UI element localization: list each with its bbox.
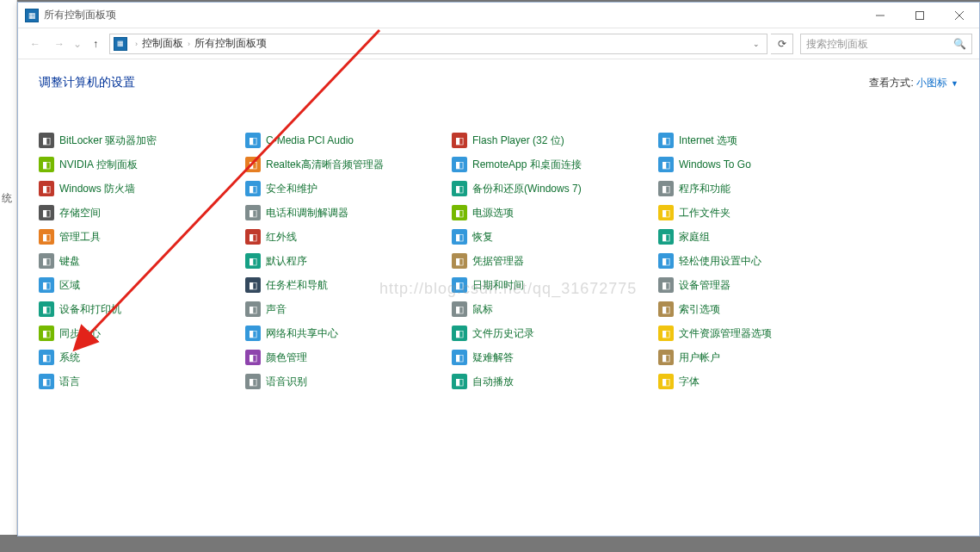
item-label: 设备和打印机: [59, 302, 121, 317]
item-label: BitLocker 驱动器加密: [59, 133, 157, 148]
item-system[interactable]: ◧系统: [39, 349, 245, 366]
item-taskbar-and-navigation[interactable]: ◧任务栏和导航: [245, 276, 452, 294]
item-security-and-maintenance[interactable]: ◧安全和维护: [245, 180, 452, 197]
titlebar: ▦ 所有控制面板项: [18, 3, 979, 28]
minimize-button[interactable]: [860, 3, 900, 28]
search-input[interactable]: [806, 38, 953, 50]
item-label: 家庭组: [679, 230, 710, 245]
ease-of-access-icon: ◧: [658, 253, 674, 269]
device-manager-icon: ◧: [658, 277, 674, 293]
item-homegroup[interactable]: ◧家庭组: [658, 228, 865, 245]
item-power-options[interactable]: ◧电源选项: [452, 204, 658, 221]
item-backup-and-restore[interactable]: ◧备份和还原(Windows 7): [452, 180, 658, 197]
fonts-icon: ◧: [658, 374, 674, 389]
item-flash-player[interactable]: ◧Flash Player (32 位): [452, 132, 658, 149]
infrared-icon: ◧: [245, 229, 261, 245]
item-administrative-tools[interactable]: ◧管理工具: [39, 228, 245, 245]
item-file-history[interactable]: ◧文件历史记录: [452, 325, 658, 342]
refresh-button[interactable]: ⟳: [771, 34, 793, 54]
item-label: 任务栏和导航: [266, 278, 328, 293]
control-panel-window: ▦ 所有控制面板项 ← → ⌄ ↑ ▦ › 控制面板 › 所有控制面板项 ⌄ ⟳…: [17, 2, 980, 536]
system-icon: ◧: [39, 350, 54, 365]
item-network-and-sharing[interactable]: ◧网络和共享中心: [245, 325, 452, 342]
chevron-down-icon[interactable]: ⌄: [749, 40, 763, 48]
sync-center-icon: ◧: [39, 326, 54, 341]
item-work-folders[interactable]: ◧工作文件夹: [658, 204, 865, 221]
item-label: 网络和共享中心: [266, 326, 338, 341]
item-region[interactable]: ◧区域: [39, 276, 245, 294]
item-bitlocker[interactable]: ◧BitLocker 驱动器加密: [39, 132, 245, 149]
item-label: 默认程序: [266, 254, 307, 269]
item-label: 系统: [59, 350, 80, 365]
item-user-accounts[interactable]: ◧用户帐户: [658, 349, 865, 366]
item-label: 红外线: [266, 230, 297, 245]
search-box[interactable]: 🔍: [800, 34, 972, 54]
item-language[interactable]: ◧语言: [39, 373, 245, 390]
item-phone-and-modem[interactable]: ◧电话和调制解调器: [245, 204, 452, 221]
item-programs-and-features[interactable]: ◧程序和功能: [658, 180, 865, 197]
item-label: 管理工具: [59, 230, 101, 245]
item-c-media-audio[interactable]: ◧C-Media PCI Audio: [245, 132, 452, 149]
item-label: Flash Player (32 位): [472, 133, 564, 148]
item-remoteapp[interactable]: ◧RemoteApp 和桌面连接: [452, 156, 658, 173]
control-panel-icon: ▦: [114, 37, 127, 51]
app-icon: ▦: [25, 9, 39, 22]
item-label: Realtek高清晰音频管理器: [266, 158, 384, 172]
back-button[interactable]: ←: [25, 34, 46, 54]
breadcrumb-current[interactable]: 所有控制面板项: [194, 36, 267, 51]
item-label: 文件资源管理器选项: [679, 326, 772, 341]
item-file-explorer-options[interactable]: ◧文件资源管理器选项: [658, 325, 865, 342]
item-recovery[interactable]: ◧恢复: [452, 228, 658, 245]
content-area: 调整计算机的设置 查看方式: 小图标▼ ◧BitLocker 驱动器加密◧C-M…: [18, 59, 979, 534]
item-mouse[interactable]: ◧鼠标: [452, 301, 658, 318]
phone-and-modem-icon: ◧: [245, 205, 261, 220]
item-label: 字体: [679, 375, 700, 389]
maximize-button[interactable]: [900, 3, 940, 28]
item-troubleshooting[interactable]: ◧疑难解答: [452, 349, 658, 366]
item-default-programs[interactable]: ◧默认程序: [245, 252, 452, 270]
programs-and-features-icon: ◧: [658, 181, 674, 196]
item-date-and-time[interactable]: ◧日期和时间: [452, 276, 658, 294]
item-label: 电源选项: [472, 206, 514, 220]
view-by-dropdown[interactable]: 小图标▼: [916, 77, 958, 89]
breadcrumb-root[interactable]: 控制面板: [142, 36, 183, 51]
devices-and-printers-icon: ◧: [39, 301, 54, 317]
date-and-time-icon: ◧: [452, 277, 467, 293]
item-windows-firewall[interactable]: ◧Windows 防火墙: [39, 180, 245, 197]
item-speech-recognition[interactable]: ◧语音识别: [245, 373, 452, 390]
forward-button[interactable]: →: [49, 34, 70, 54]
breadcrumb[interactable]: ▦ › 控制面板 › 所有控制面板项 ⌄: [109, 34, 767, 54]
item-ease-of-access[interactable]: ◧轻松使用设置中心: [658, 252, 865, 270]
item-label: 凭据管理器: [472, 254, 524, 269]
item-realtek-audio[interactable]: ◧Realtek高清晰音频管理器: [245, 156, 452, 173]
up-button[interactable]: ↑: [85, 34, 106, 54]
item-fonts[interactable]: ◧字体: [658, 373, 865, 390]
item-color-management[interactable]: ◧颜色管理: [245, 349, 452, 366]
item-sound[interactable]: ◧声音: [245, 301, 452, 318]
item-label: 区域: [59, 278, 80, 293]
windows-firewall-icon: ◧: [39, 181, 54, 196]
item-keyboard[interactable]: ◧键盘: [39, 252, 245, 270]
recent-chevron-icon[interactable]: ⌄: [73, 38, 82, 50]
default-programs-icon: ◧: [245, 253, 261, 269]
taskbar-and-navigation-icon: ◧: [245, 277, 261, 293]
item-windows-to-go[interactable]: ◧Windows To Go: [658, 156, 865, 173]
item-label: 工作文件夹: [679, 206, 730, 220]
item-devices-and-printers[interactable]: ◧设备和打印机: [39, 301, 245, 318]
keyboard-icon: ◧: [39, 253, 54, 269]
item-infrared[interactable]: ◧红外线: [245, 228, 452, 245]
item-credential-manager[interactable]: ◧凭据管理器: [452, 252, 658, 270]
item-internet-options[interactable]: ◧Internet 选项: [658, 132, 865, 149]
autoplay-icon: ◧: [452, 374, 467, 389]
cropped-left-strip: 统: [0, 0, 17, 535]
item-label: 电话和调制解调器: [266, 206, 348, 220]
item-sync-center[interactable]: ◧同步中心: [39, 325, 245, 342]
item-storage-spaces[interactable]: ◧存储空间: [39, 204, 245, 221]
item-autoplay[interactable]: ◧自动播放: [452, 373, 658, 390]
item-indexing-options[interactable]: ◧索引选项: [658, 301, 865, 318]
close-button[interactable]: [940, 3, 979, 28]
item-device-manager[interactable]: ◧设备管理器: [658, 276, 865, 294]
indexing-options-icon: ◧: [658, 301, 674, 317]
credential-manager-icon: ◧: [452, 253, 467, 269]
item-nvidia-control-panel[interactable]: ◧NVIDIA 控制面板: [39, 156, 245, 173]
